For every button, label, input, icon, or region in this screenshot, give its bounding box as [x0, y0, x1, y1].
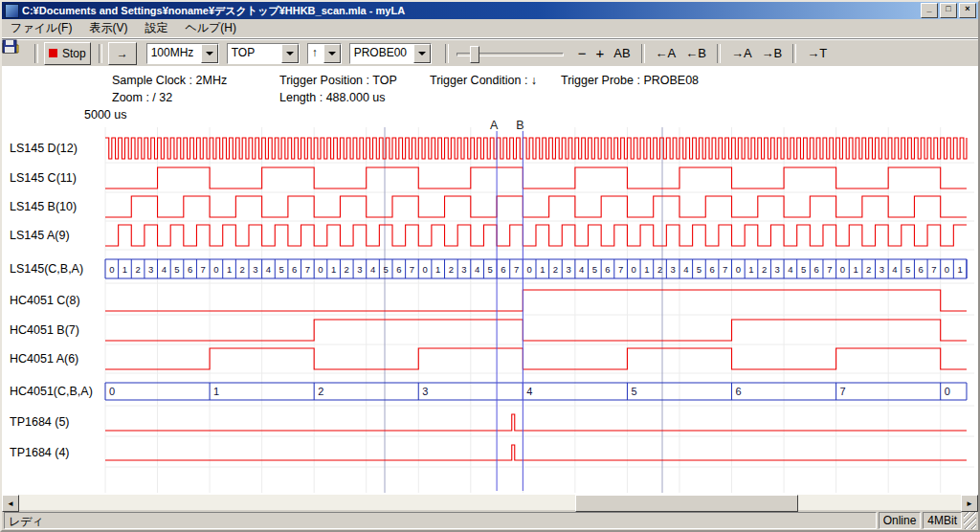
svg-text:1: 1: [213, 386, 219, 397]
svg-text:4: 4: [788, 264, 792, 275]
zoom-out-button[interactable]: −: [573, 43, 591, 64]
svg-text:0: 0: [109, 264, 114, 275]
svg-text:0: 0: [945, 386, 950, 397]
svg-text:6: 6: [501, 264, 505, 275]
svg-text:2: 2: [135, 264, 140, 275]
zoom-slider-handle[interactable]: [470, 46, 479, 63]
toolbar-separator: [717, 44, 721, 63]
svg-text:3: 3: [775, 264, 780, 275]
zoom-in-button[interactable]: +: [590, 43, 609, 64]
svg-text:1: 1: [122, 264, 127, 275]
trigger-probe-combo[interactable]: PROBE00: [349, 43, 432, 64]
svg-text:4: 4: [370, 264, 375, 275]
horizontal-scrollbar[interactable]: ◄ ►: [2, 495, 978, 510]
signal-waveform: [105, 320, 967, 341]
menu-file[interactable]: ファイル(F): [2, 19, 80, 37]
svg-text:3: 3: [566, 264, 570, 275]
signal-waveform: [105, 290, 967, 311]
svg-text:1: 1: [435, 264, 440, 275]
chevron-down-icon[interactable]: [281, 44, 299, 63]
status-ready: レディ: [4, 512, 877, 529]
scroll-left-icon[interactable]: ◄: [2, 495, 19, 512]
app-icon: [5, 4, 19, 18]
scrollbar-track[interactable]: [19, 495, 961, 510]
svg-text:6: 6: [292, 264, 297, 275]
svg-text:4: 4: [162, 264, 167, 275]
svg-text:4: 4: [683, 264, 688, 275]
status-bar: レディ Online 4MBit: [2, 511, 978, 530]
svg-text:1: 1: [331, 264, 336, 275]
svg-text:0: 0: [422, 264, 427, 275]
svg-text:7: 7: [410, 264, 414, 275]
zoom-slider[interactable]: [457, 43, 564, 64]
trigger-position-value: TOP: [228, 44, 281, 63]
svg-text:3: 3: [357, 264, 362, 275]
goto-trigger-button[interactable]: →T: [802, 43, 832, 64]
chevron-down-icon[interactable]: [413, 44, 431, 63]
svg-text:1: 1: [540, 264, 545, 275]
scroll-right-icon[interactable]: ►: [961, 495, 978, 512]
close-button[interactable]: ×: [959, 3, 976, 18]
menu-settings[interactable]: 設定: [136, 19, 176, 37]
svg-text:3: 3: [461, 264, 466, 275]
toolbar-separator: [34, 44, 38, 63]
marker-label-b[interactable]: B: [516, 119, 523, 132]
toolbar-separator: [445, 44, 449, 63]
trigger-position-combo[interactable]: TOP: [227, 43, 300, 64]
maximize-button[interactable]: □: [940, 3, 957, 18]
signal-waveform: [105, 167, 967, 188]
svg-text:6: 6: [736, 386, 742, 397]
waveform-client: Sample Clock : 2MHz Trigger Position : T…: [2, 66, 978, 495]
svg-text:7: 7: [931, 264, 936, 275]
stop-icon: [49, 49, 57, 57]
marker-label-a[interactable]: A: [490, 119, 499, 132]
svg-text:6: 6: [396, 264, 401, 275]
svg-text:6: 6: [188, 264, 192, 275]
svg-text:0: 0: [318, 264, 323, 275]
svg-text:5: 5: [278, 264, 283, 275]
signal-waveform: [105, 414, 967, 431]
resize-grip[interactable]: [964, 512, 976, 529]
svg-text:2: 2: [345, 264, 349, 275]
menu-help[interactable]: ヘルプ(H): [176, 19, 245, 37]
svg-text:5: 5: [592, 264, 597, 275]
signal-waveform: [105, 225, 967, 246]
svg-text:5: 5: [697, 264, 702, 275]
trigger-probe-value: PROBE00: [350, 44, 413, 63]
svg-text:7: 7: [827, 264, 832, 275]
svg-text:2: 2: [657, 264, 662, 275]
svg-text:0: 0: [213, 264, 218, 275]
svg-text:0: 0: [736, 264, 741, 275]
svg-text:2: 2: [762, 264, 767, 275]
title-bar: C:¥Documents and Settings¥noname¥デスクトップ¥…: [2, 2, 978, 19]
save-button[interactable]: [19, 43, 27, 64]
ab-button[interactable]: AB: [609, 43, 635, 64]
svg-text:6: 6: [919, 264, 924, 275]
goto-b-right-button[interactable]: →B: [757, 43, 788, 64]
goto-b-left-button[interactable]: ←B: [680, 43, 711, 64]
window-title: C:¥Documents and Settings¥noname¥デスクトップ¥…: [22, 4, 919, 18]
run-button[interactable]: →: [108, 42, 137, 65]
sample-clock-combo[interactable]: 100MHz: [146, 43, 219, 64]
svg-text:4: 4: [579, 264, 584, 275]
minimize-button[interactable]: _: [921, 3, 938, 18]
svg-text:7: 7: [514, 264, 519, 275]
svg-text:4: 4: [526, 386, 532, 397]
sample-clock-value: 100MHz: [147, 44, 201, 63]
svg-text:7: 7: [840, 386, 846, 397]
signal-waveform: [105, 196, 967, 217]
trigger-edge-combo[interactable]: ↑: [307, 43, 342, 64]
svg-text:5: 5: [631, 386, 636, 397]
goto-a-left-button[interactable]: ←A: [651, 43, 681, 64]
scrollbar-thumb[interactable]: [575, 495, 798, 512]
trigger-edge-value: ↑: [308, 44, 323, 63]
svg-text:3: 3: [148, 264, 153, 275]
stop-button[interactable]: Stop: [44, 42, 91, 65]
svg-text:6: 6: [605, 264, 610, 275]
svg-text:5: 5: [174, 264, 179, 275]
chevron-down-icon[interactable]: [323, 44, 341, 63]
svg-text:0: 0: [527, 264, 532, 275]
menu-view[interactable]: 表示(V): [80, 19, 136, 37]
chevron-down-icon[interactable]: [201, 44, 218, 63]
goto-a-right-button[interactable]: →A: [726, 43, 757, 64]
